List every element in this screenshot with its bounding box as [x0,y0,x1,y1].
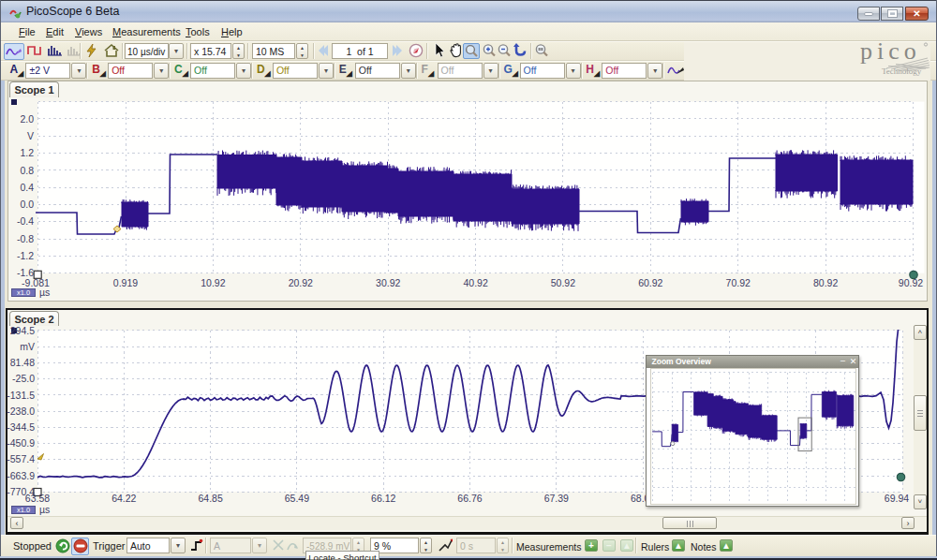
svg-text:1.2: 1.2 [20,147,34,158]
svg-text:V: V [27,130,34,141]
svg-text:69.94: 69.94 [885,493,909,504]
svg-text:60.92: 60.92 [638,277,662,288]
svg-text:66.76: 66.76 [457,493,482,504]
svg-text:-450.9: -450.9 [7,437,35,449]
svg-text:-0.8: -0.8 [17,233,34,244]
svg-text:mV: mV [20,341,35,352]
svg-text:0.919: 0.919 [113,277,138,288]
svg-text:pico: pico [860,39,921,65]
svg-text:-557.4: -557.4 [7,453,35,464]
svg-text:20.92: 20.92 [289,277,313,288]
svg-text:-663.9: -663.9 [7,470,35,481]
svg-text:2.0: 2.0 [20,113,34,125]
svg-text:64.85: 64.85 [198,493,222,504]
svg-text:40.92: 40.92 [463,277,487,288]
svg-text:0.8: 0.8 [20,165,34,176]
svg-text:Technology: Technology [882,66,922,76]
svg-text:67.39: 67.39 [544,493,569,504]
svg-text:90.92: 90.92 [899,277,923,288]
svg-text:81.48: 81.48 [10,357,35,368]
svg-text:63.58: 63.58 [25,493,50,504]
svg-text:294.5: 294.5 [10,325,35,336]
svg-text:80.92: 80.92 [813,277,838,288]
svg-text:-344.5: -344.5 [7,421,35,433]
svg-text:65.49: 65.49 [285,493,309,504]
svg-text:10.92: 10.92 [201,277,225,288]
svg-text:-131.5: -131.5 [7,390,35,401]
svg-text:-0.4: -0.4 [17,215,34,227]
svg-text:-25.0: -25.0 [12,373,35,384]
svg-text:0.4: 0.4 [20,182,34,193]
svg-text:70.92: 70.92 [726,277,751,288]
svg-text:64.22: 64.22 [112,493,136,504]
svg-text:-1.2: -1.2 [17,250,34,261]
svg-text:66.12: 66.12 [371,493,395,504]
svg-text:-238.0: -238.0 [7,405,35,417]
svg-text:30.92: 30.92 [376,277,400,288]
svg-text:50.92: 50.92 [551,277,575,288]
svg-text:0.0: 0.0 [20,199,34,210]
